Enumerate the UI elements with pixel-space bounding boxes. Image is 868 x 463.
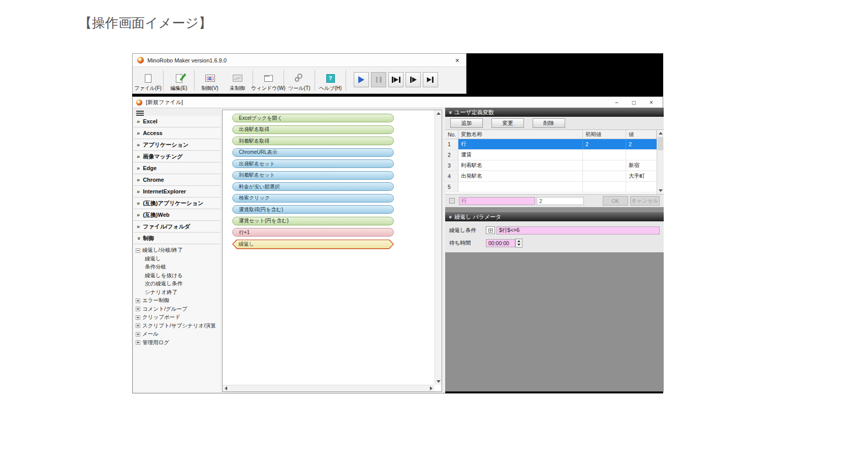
toolbar-button-file[interactable]: ファイル(F) [134,68,162,93]
tree-item-script-subscenario[interactable]: スクリプト/サブシナリオ/演算 [136,322,221,330]
expand-icon[interactable] [136,332,140,337]
step-open-excel-book[interactable]: Excelブックを開く [232,114,394,122]
scroll-up-icon[interactable] [659,132,663,135]
spinner-up-icon[interactable] [517,240,520,242]
minimize-icon[interactable]: − [615,99,618,106]
expand-icon[interactable] [136,307,140,311]
step-select-cheapest[interactable]: 料金が安い順選択 [232,182,394,191]
time-spinner[interactable] [515,239,522,248]
tree-item-condition-branch[interactable]: 条件分岐 [136,263,221,272]
help-icon: ? [326,72,335,84]
table-scrollbar[interactable] [657,130,664,194]
collapse-icon[interactable] [136,248,140,253]
wait-time-input[interactable] [486,239,515,247]
initial-value-input[interactable] [537,197,584,205]
change-button[interactable]: 変更 [491,118,524,128]
step-get-fare[interactable]: 運賃取得(円を含む) [232,205,394,214]
control-tree: 繰返し/分岐/終了 繰返し 条件分岐 繰返しを抜ける 次の繰返し条件 シナリオ終… [134,244,221,347]
variable-name-input[interactable] [459,197,535,205]
toolbar-button-control[interactable]: 制御(V) [196,68,224,93]
toolbar-separator [346,70,346,91]
cancel-button[interactable]: キャンセル [630,196,660,206]
toolbar-button-help[interactable]: ? ヘルプ(H) [317,68,344,93]
toolbar-button-edit[interactable]: 編集(E) [165,68,193,93]
toolbar-button-uncontrolled[interactable]: 未制御 [224,68,251,93]
step-row-increment[interactable]: 行+1 [232,228,394,237]
table-row[interactable]: 3 到着駅名 新宿 [445,160,657,171]
table-row[interactable]: 5 [445,182,657,192]
scroll-down-icon[interactable] [437,380,441,383]
expand-icon[interactable] [136,315,140,320]
page-title: 【操作画面イメージ】 [79,14,212,32]
scroll-up-icon[interactable] [437,112,441,115]
scroll-right-icon[interactable] [430,386,432,390]
user-variables-header[interactable]: » ユーザ定義変数 [445,108,664,117]
delete-button[interactable]: 削除 [533,118,565,128]
sidebar-item-excel[interactable]: »Excel [134,116,221,127]
close-icon[interactable]: × [649,99,653,106]
tree-item-loop-branch-end[interactable]: 繰返し/分岐/終了 [136,246,221,255]
sidebar-item-control[interactable]: »制御 [134,233,221,244]
horizontal-scrollbar[interactable] [223,385,435,391]
toolbar-button-tools[interactable]: ツール(T) [286,68,313,93]
tree-item-mail[interactable]: メール [136,330,221,339]
step-set-arrival-station[interactable]: 到着駅名セット [232,171,394,180]
loop-parameters-header[interactable]: » 繰返し パラメータ [445,212,664,221]
expand-icon[interactable] [136,340,140,345]
step-over-button[interactable] [406,72,421,87]
expression-editor-button[interactable] [486,226,495,234]
step-get-arrival-station[interactable]: 到着駅名取得 [232,137,394,145]
table-row[interactable]: 4 出発駅名 大手町 [445,171,657,182]
variable-edit-row: OK キャンセル [445,194,664,207]
table-row[interactable]: 2 運賃 [445,150,657,160]
loop-condition-label: 繰返し条件 [449,227,486,234]
expand-icon[interactable] [136,299,140,303]
step-set-departure-station[interactable]: 出発駅名セット [232,159,394,168]
tree-item-comment-group[interactable]: コメント/グループ [136,305,221,314]
step-chrome-url[interactable]: ChromeURL表示 [232,148,394,157]
spinner-down-icon[interactable] [517,244,520,246]
sidebar-item-file-folder[interactable]: »ファイル/フォルダ [134,221,221,233]
tree-item-next-loop-condition[interactable]: 次の繰返し条件 [136,280,221,288]
tree-item-loop[interactable]: 繰返し [136,255,221,263]
toolbar-label: ウィンドウ(W) [251,85,285,92]
tree-item-clipboard[interactable]: クリップボード [136,313,221,322]
sidebar-item-image-matching[interactable]: »画像マッチング [134,151,221,162]
chevrons-icon: » [137,130,139,136]
sidebar-item-chrome[interactable]: »Chrome [134,174,221,186]
scroll-down-icon[interactable] [659,189,663,192]
file-icon [145,72,151,84]
sidebar-item-edge[interactable]: »Edge [134,162,221,174]
sidebar-item-access[interactable]: »Access [134,127,221,139]
step-end-button[interactable] [423,72,438,87]
tree-item-break-loop[interactable]: 繰返しを抜ける [136,272,221,280]
step-search-click[interactable]: 検索クリック [232,194,394,203]
pause-button[interactable] [371,72,386,87]
add-button[interactable]: 追加 [450,118,483,128]
chevrons-icon: » [137,177,139,183]
ok-button[interactable]: OK [603,196,628,206]
step-set-fare[interactable]: 運賃セット(円を含む) [232,217,394,225]
sidebar-item-compat-application[interactable]: »(互換)アプリケーション [134,197,221,209]
vertical-scrollbar[interactable] [435,110,442,385]
loop-condition-input[interactable] [497,226,660,235]
expand-icon[interactable] [136,323,140,328]
step-into-button[interactable] [388,72,404,87]
maximize-icon[interactable]: □ [632,99,636,106]
checkbox[interactable] [449,198,455,204]
tree-item-admin-log[interactable]: 管理用ログ [136,339,221,347]
step-get-departure-station[interactable]: 出発駅名取得 [232,125,394,134]
tree-item-scenario-end[interactable]: シナリオ終了 [136,288,221,297]
scroll-left-icon[interactable] [225,386,227,390]
tree-item-error-control[interactable]: エラー制御 [136,296,221,305]
sidebar-item-compat-web[interactable]: »(互換)Web [134,209,221,221]
play-button[interactable] [354,72,369,87]
step-loop[interactable]: 繰返し [232,240,394,249]
close-icon[interactable]: × [453,57,461,64]
wait-time-row: 待ち時間 [445,237,664,249]
toolbar-button-window[interactable]: ウィンドウ(W) [255,68,282,93]
sidebar-item-internetexplorer[interactable]: »InternetExplorer [134,186,221,197]
sidebar-item-application[interactable]: »アプリケーション [134,139,221,151]
table-row[interactable]: 1 行 2 2 [445,139,657,150]
scrollbar-thumb[interactable] [658,137,663,150]
